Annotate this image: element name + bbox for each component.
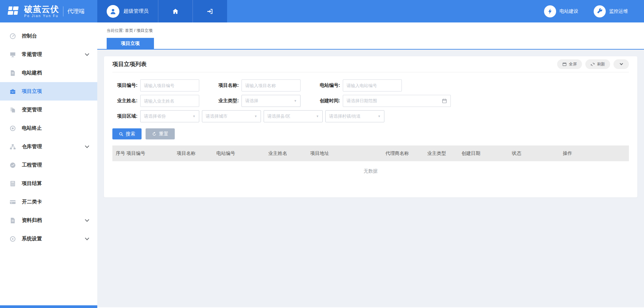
monitor-icon <box>9 51 16 58</box>
sidebar-item-console[interactable]: 控制台 <box>0 27 97 45</box>
logout-icon <box>206 8 214 15</box>
sidebar: 控制台 常规管理 电站建档 项目立项 变更管理 电站终止 <box>0 22 97 308</box>
panel-header: 项目立项列表 全屏 刷新 <box>112 56 629 72</box>
sidebar-item-data-archive[interactable]: 资料归档 <box>0 211 97 230</box>
calendar-icon <box>442 98 447 104</box>
column-header: 序号 <box>116 150 126 157</box>
quick-link-station-build[interactable]: 电站建设 <box>544 5 578 17</box>
caret-down-icon: ▼ <box>316 115 319 118</box>
user-menu[interactable]: 超级管理员 <box>97 0 158 22</box>
city-select[interactable]: 请选择城市 ▼ <box>202 110 261 122</box>
column-header: 项目名称 <box>177 150 216 157</box>
reset-icon <box>152 132 157 136</box>
create-time-placeholder: 请选择日期范围 <box>346 98 377 104</box>
owner-name-label: 业主姓名: <box>112 98 138 104</box>
chevron-down-icon <box>85 144 89 148</box>
column-header: 状态 <box>512 150 563 157</box>
refresh-button[interactable]: 刷新 <box>585 59 610 69</box>
sidebar-item-open-class2-card[interactable]: 开二类卡 <box>0 193 97 211</box>
project-name-input[interactable] <box>241 79 301 91</box>
county-placeholder: 请选择县/区 <box>267 113 290 119</box>
stop-circle-icon <box>9 125 16 132</box>
results-table: 序号 项目编号 项目名称 电站编号 业主姓名 项目地址 代理商名称 业主类型 创… <box>112 145 629 181</box>
briefcase-icon <box>9 88 16 95</box>
topbar-quick-links: 电站建设 监控运维 <box>529 0 644 22</box>
create-time-range-picker[interactable]: 请选择日期范围 <box>343 95 451 107</box>
owner-type-label: 业主类型: <box>214 98 239 104</box>
column-header: 电站编号 <box>216 150 268 157</box>
project-no-label: 项目编号: <box>112 82 138 88</box>
reset-button[interactable]: 重置 <box>146 128 175 139</box>
column-header: 业主类型 <box>427 150 462 157</box>
home-button[interactable] <box>158 0 193 22</box>
brand-logo-icon <box>6 4 21 19</box>
sidebar-item-label: 系统设置 <box>22 236 86 242</box>
column-header: 项目地址 <box>310 150 385 157</box>
owner-type-placeholder: 请选择 <box>245 98 258 104</box>
settings-icon <box>9 236 16 242</box>
card-icon <box>9 199 16 205</box>
caret-down-icon: ▼ <box>193 115 196 118</box>
search-button[interactable]: 搜索 <box>112 128 142 139</box>
sidebar-item-project-initiation[interactable]: 项目立项 <box>0 82 97 101</box>
project-no-input[interactable] <box>140 79 199 91</box>
chevron-down-icon <box>85 218 89 222</box>
sidebar-item-change-mgmt[interactable]: 变更管理 <box>0 101 97 119</box>
filter-area: 项目编号: 项目名称: 电站编号: 业主姓名: <box>112 72 629 139</box>
sitemap-icon <box>9 143 16 150</box>
quick-link-monitor-ops[interactable]: 监控运维 <box>594 5 628 17</box>
sidebar-item-station-archive[interactable]: 电站建档 <box>0 64 97 82</box>
sidebar-item-label: 变更管理 <box>22 107 89 113</box>
chevron-down-icon <box>85 236 89 240</box>
sidebar-item-general-mgmt[interactable]: 常规管理 <box>0 45 97 64</box>
owner-type-select[interactable]: 请选择 ▼ <box>241 95 301 107</box>
town-select[interactable]: 请选择村镇/街道 ▼ <box>325 110 384 122</box>
table-header-row: 序号 项目编号 项目名称 电站编号 业主姓名 项目地址 代理商名称 业主类型 创… <box>112 145 629 161</box>
province-select[interactable]: 请选择省份 ▼ <box>140 110 199 122</box>
search-icon <box>119 132 123 136</box>
refresh-icon <box>590 62 595 67</box>
sidebar-item-label: 项目结算 <box>22 180 89 187</box>
tab-bar: 项目立项 <box>97 38 644 50</box>
station-no-input[interactable] <box>343 79 402 91</box>
sidebar-item-system-settings[interactable]: 系统设置 <box>0 230 97 248</box>
breadcrumb-path: 首页 / 项目立项 <box>125 28 153 33</box>
collapse-panel-button[interactable] <box>613 59 629 69</box>
lightning-icon <box>544 5 556 17</box>
caret-down-icon: ▼ <box>378 115 381 118</box>
wrench-icon <box>594 5 606 17</box>
calculator-icon <box>9 180 16 187</box>
tab-project-initiation[interactable]: 项目立项 <box>107 38 154 49</box>
content: 项目立项列表 全屏 刷新 项目编号: <box>97 50 644 307</box>
project-list-panel: 项目立项列表 全屏 刷新 项目编号: <box>104 56 637 197</box>
user-zone: 超级管理员 <box>97 0 227 22</box>
user-avatar-icon <box>107 5 119 18</box>
sidebar-item-warehouse-mgmt[interactable]: 仓库管理 <box>0 137 97 156</box>
sidebar-item-project-settlement[interactable]: 项目结算 <box>0 174 97 193</box>
refresh-label: 刷新 <box>597 61 605 67</box>
main-area: 当前位置: 首页 / 项目立项 项目立项 项目立项列表 全屏 刷新 <box>97 22 644 308</box>
logout-button[interactable] <box>193 0 227 22</box>
username: 超级管理员 <box>123 8 149 14</box>
brand: 破茧云伏 Po Jian Yun Fu 代理端 <box>0 0 97 22</box>
fullscreen-button[interactable]: 全屏 <box>557 59 582 69</box>
owner-name-input[interactable] <box>140 95 199 107</box>
empty-state-text: 无数据 <box>112 161 629 181</box>
project-name-label: 项目名称: <box>214 82 239 88</box>
column-header: 创建日期 <box>462 150 512 157</box>
station-no-label: 电站编号: <box>315 82 340 88</box>
search-label: 搜索 <box>126 131 135 137</box>
sidebar-item-station-termination[interactable]: 电站终止 <box>0 119 97 137</box>
home-icon <box>172 8 179 15</box>
city-placeholder: 请选择城市 <box>206 113 227 119</box>
brand-text: 破茧云伏 Po Jian Yun Fu <box>24 5 59 18</box>
portal-label: 代理端 <box>63 6 85 16</box>
sidebar-item-label: 电站终止 <box>22 125 89 131</box>
sidebar-item-engineering-mgmt[interactable]: 工程管理 <box>0 156 97 174</box>
sidebar-footer-bar <box>0 305 97 308</box>
breadcrumb: 当前位置: 首页 / 项目立项 <box>97 22 644 34</box>
caret-down-icon: ▼ <box>294 99 297 103</box>
county-select[interactable]: 请选择县/区 ▼ <box>264 110 323 122</box>
province-placeholder: 请选择省份 <box>144 113 166 119</box>
column-header: 项目编号 <box>126 150 177 157</box>
